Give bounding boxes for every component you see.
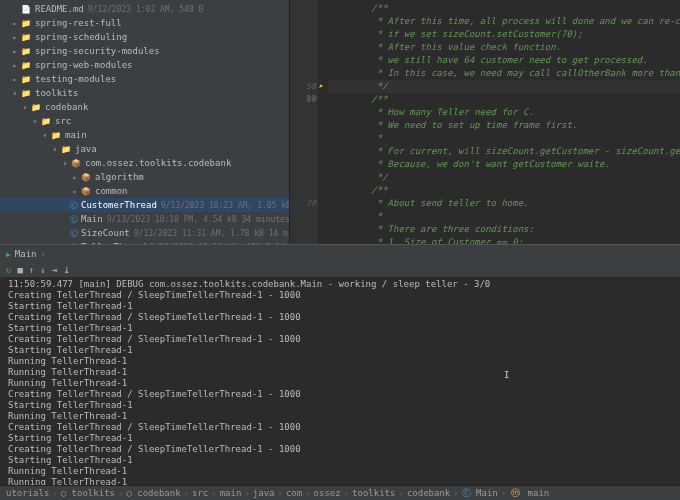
expand-arrow-icon[interactable]: ▸ (10, 61, 20, 70)
expand-arrow-icon[interactable]: ▾ (20, 103, 30, 112)
chevron-right-icon: › (184, 488, 189, 498)
expand-arrow-icon[interactable]: ▾ (50, 145, 60, 154)
expand-arrow-icon[interactable]: ▸ (10, 75, 20, 84)
breadcrumb-segment[interactable]: toolkits (352, 488, 395, 498)
tree-item-toolkits[interactable]: ▾📁toolkits (0, 86, 289, 100)
code-text: */ (328, 81, 388, 91)
tree-item-src[interactable]: ▾📁src (0, 114, 289, 128)
down-button[interactable]: ↓ (40, 265, 45, 275)
tree-item-spring-web-modules[interactable]: ▸📁spring-web-modules (0, 58, 289, 72)
breadcrumb-method[interactable]: main (522, 488, 549, 498)
folder-icon: 📁 (20, 18, 32, 28)
tree-item-meta: 9/13/2023 10:10 PM, 4.54 kB 34 minutes a… (107, 215, 290, 224)
console-line: Creating TellerThread / SleepTimeTellerT… (8, 290, 672, 301)
tree-item-label: src (55, 116, 71, 126)
folder-icon: 📁 (20, 88, 32, 98)
expand-arrow-icon[interactable]: ▾ (60, 159, 70, 168)
expand-arrow-icon[interactable]: ▸ (70, 173, 80, 182)
tree-item-label: Main (81, 214, 103, 224)
expand-arrow-icon[interactable]: ▾ (40, 131, 50, 140)
console-line: Starting TellerThread-1 (8, 433, 672, 444)
line-number: 60 (290, 93, 316, 106)
tree-item-spring-security-modules[interactable]: ▸📁spring-security-modules (0, 44, 289, 58)
console-line: Creating TellerThread / SleepTimeTellerT… (8, 312, 672, 323)
tree-item-label: algorithm (95, 172, 144, 182)
tree-item-customerthread[interactable]: ⒸCustomerThread9/13/2023 10:23 AM, 1.05 … (0, 198, 289, 212)
console-line: Running TellerThread-1 (8, 411, 672, 422)
tree-item-label: CustomerThread (81, 200, 157, 210)
tree-item-label: com.ossez.toolkits.codebank (85, 158, 231, 168)
breadcrumb-class[interactable]: Main (471, 488, 498, 498)
expand-arrow-icon[interactable]: ▸ (10, 33, 20, 42)
code-text: * (328, 133, 382, 143)
chevron-right-icon: › (211, 488, 216, 498)
console-line: Running TellerThread-1 (8, 356, 672, 367)
breadcrumb-bar[interactable]: utorials›◯ toolkits›◯ codebank›src›main›… (0, 485, 680, 500)
stop-button[interactable]: ■ (17, 265, 22, 275)
code-text: * For current, will sizeCount.getCustome… (328, 146, 680, 156)
tree-item-com-ossez-toolkits-codebank[interactable]: ▾📦com.ossez.toolkits.codebank (0, 156, 289, 170)
breadcrumb-segment[interactable]: ossez (314, 488, 341, 498)
tree-item-testing-modules[interactable]: ▸📁testing-modules (0, 72, 289, 86)
code-text: * After this time, all process will done… (328, 16, 680, 26)
console-line: Running TellerThread-1 (8, 477, 672, 485)
tree-item-label: spring-scheduling (35, 32, 127, 42)
code-text: /** (328, 94, 388, 104)
folder-icon: 📁 (20, 60, 32, 70)
console-output[interactable]: 11:50:59.477 [main] DEBUG com.ossez.tool… (0, 277, 680, 485)
expand-arrow-icon[interactable]: ▸ (10, 47, 20, 56)
tree-item-common[interactable]: ▸📦common (0, 184, 289, 198)
tree-item-label: spring-web-modules (35, 60, 133, 70)
java-icon: Ⓒ (70, 214, 78, 224)
run-config-name[interactable]: Main (15, 249, 37, 259)
expand-arrow-icon[interactable]: ▸ (10, 19, 20, 28)
tree-item-main[interactable]: ▾📁main (0, 128, 289, 142)
pkg-icon: 📦 (70, 158, 82, 168)
console-line: Starting TellerThread-1 (8, 455, 672, 466)
expand-arrow-icon[interactable]: ▾ (30, 117, 40, 126)
tree-item-sizecount[interactable]: ⒸSizeCount9/13/2023 11:31 AM, 1.78 kB 14… (0, 226, 289, 240)
breadcrumb-segment[interactable]: main (220, 488, 242, 498)
chevron-right-icon: › (41, 249, 46, 259)
run-toolbar: ↻ ■ ↑ ↓ ⇥ ⤓ (0, 263, 680, 277)
tree-item-spring-scheduling[interactable]: ▸📁spring-scheduling (0, 30, 289, 44)
rerun-button[interactable]: ↻ (6, 265, 11, 275)
breadcrumb-segment[interactable]: java (253, 488, 275, 498)
tree-item-spring-rest-full[interactable]: ▸📁spring-rest-full (0, 16, 289, 30)
breadcrumb-segment[interactable]: src (192, 488, 208, 498)
console-cursor: I (504, 370, 509, 380)
console-line: Creating TellerThread / SleepTimeTellerT… (8, 444, 672, 455)
tree-item-java[interactable]: ▾📁java (0, 142, 289, 156)
line-number: 58 (290, 80, 316, 93)
soft-wrap-button[interactable]: ⇥ (52, 265, 57, 275)
breadcrumb-segment[interactable]: codebank (407, 488, 450, 498)
scroll-end-button[interactable]: ⤓ (63, 265, 71, 275)
code-text: * if we set sizeCount.setCustomer(70); (328, 29, 583, 39)
code-text: /** (328, 185, 388, 195)
folder-icon: 📁 (20, 46, 32, 56)
breadcrumb-segment[interactable]: ◯ toolkits (61, 488, 115, 498)
project-tree[interactable]: 📄README.md9/12/2023 1:02 AM, 548 B▸📁spri… (0, 0, 290, 244)
console-line: Creating TellerThread / SleepTimeTellerT… (8, 389, 672, 400)
tree-item-label: java (75, 144, 97, 154)
expand-arrow-icon[interactable]: ▸ (70, 187, 80, 196)
code-text: * 1. Size of Customer == 0; (328, 237, 523, 244)
breadcrumb-segment[interactable]: utorials (6, 488, 49, 498)
chevron-right-icon: › (398, 488, 403, 498)
breadcrumb-segment[interactable]: ◯ codebank (126, 488, 180, 498)
tree-item-codebank[interactable]: ▾📁codebank (0, 100, 289, 114)
tree-item-algorithm[interactable]: ▸📦algorithm (0, 170, 289, 184)
tree-item-main[interactable]: ⒸMain9/13/2023 10:10 PM, 4.54 kB 34 minu… (0, 212, 289, 226)
code-editor[interactable]: /** * After this time, all process will … (290, 0, 680, 244)
breadcrumb-segment[interactable]: com (286, 488, 302, 498)
console-line: 11:50:59.477 [main] DEBUG com.ossez.tool… (8, 279, 672, 290)
up-button[interactable]: ↑ (29, 265, 34, 275)
tree-item-label: codebank (45, 102, 88, 112)
folder-icon: 📁 (50, 130, 62, 140)
expand-arrow-icon[interactable]: ▾ (10, 89, 20, 98)
breakpoint-hit-icon[interactable]: ➤ (318, 80, 328, 93)
code-text: * In this case, we need may call callOth… (328, 68, 680, 78)
run-tab-bar[interactable]: ▶ Main › (0, 245, 680, 263)
tree-item-label: main (65, 130, 87, 140)
tree-item-readme-md[interactable]: 📄README.md9/12/2023 1:02 AM, 548 B (0, 2, 289, 16)
